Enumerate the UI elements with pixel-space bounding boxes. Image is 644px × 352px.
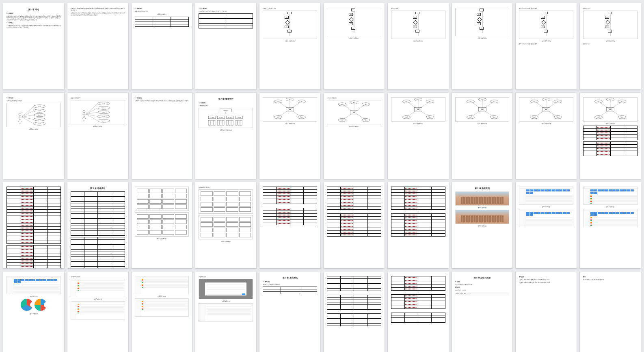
page-title: 第 6 章 系统实现 <box>455 187 510 190</box>
svg-text:属性5: 属性5 <box>493 117 495 118</box>
svg-line-97 <box>342 104 354 112</box>
page-thumbnail-8[interactable]: 开始登录主页结束图2-4 就诊流程图 <box>452 3 513 89</box>
svg-rect-61 <box>218 121 220 126</box>
page-thumbnail-28[interactable]: 第 6 章 系统实现图6-1 登录界面图6-2 首页界面 <box>452 182 513 268</box>
page-thumbnail-27[interactable] <box>388 182 449 268</box>
donut-chart <box>35 299 47 311</box>
svg-rect-74 <box>238 121 240 126</box>
page-thumbnail-33[interactable]: 图6-8 详情界面 <box>132 272 192 352</box>
svg-text:用户: 用户 <box>83 120 85 122</box>
page-thumbnail-16[interactable]: 用户实体属性说明实体属性1属性2属性3属性4属性5图4-3 用户实体图 <box>324 93 385 179</box>
paragraph: 系统功能结构如下 <box>199 105 253 106</box>
page-thumbnail-19[interactable]: 实体属性1属性2属性3属性4属性5图4-6 科室实体图 <box>516 93 577 179</box>
svg-text:修改信息: 修改信息 <box>102 116 105 117</box>
paragraph: 用户可以进行挂号查询等操作 <box>6 100 61 102</box>
page-thumbnail-14[interactable]: 第 4 章 概要设计4.1 功能结构系统功能结构如下医院管理系统用户管理医生管理… <box>195 93 256 179</box>
section-heading: 1.2 研究意义 <box>6 22 61 24</box>
figure-caption: 图4-5 挂号实体图 <box>455 123 510 124</box>
paragraph: 在开发过程中充分考虑了系统的安全性和稳定性采用了多种安全措施保护用户数据的安全性… <box>71 12 125 15</box>
page-thumbnail-11[interactable]: 3.1 用例分析用户可以进行挂号查询等操作用户用户注册用户登录查看信息修改信息退… <box>3 93 64 179</box>
paragraph: 本章对系统进行需求分析 <box>135 11 189 12</box>
svg-line-103 <box>354 104 366 112</box>
page-thumbnail-25[interactable] <box>259 182 320 268</box>
paragraph: 本系统的研究意义在于通过信息化手段提高医院的管理效率减少人工操作的错误提升患者的… <box>6 25 61 28</box>
page-thumbnail-7[interactable]: 挂号流程说明开始登录主页结束图2-3 挂号流程图 <box>388 3 449 89</box>
svg-line-123 <box>406 109 418 117</box>
page-thumbnail-13[interactable]: 3.2 系统架构系统整体采用分层架构包括表现层业务逻辑层和数据访问层各层之间通过… <box>132 93 192 179</box>
page-thumbnail-40[interactable]: 致谢感谢导师的悉心指导感谢同学们的帮助 <box>580 272 641 352</box>
paragraph: 系统采用了B/S架构前端使用Vue框架后端使用SpringBoot框架数据库采用… <box>71 8 125 11</box>
figure-caption: 图3-2 医生用例图 <box>71 126 125 127</box>
svg-rect-56 <box>211 121 213 126</box>
svg-text:属性3: 属性3 <box>429 101 431 102</box>
section-heading: 2.2 可行性分析 <box>199 8 253 9</box>
svg-text:属性2: 属性2 <box>609 99 612 100</box>
page-thumbnail-26[interactable] <box>324 182 385 268</box>
figure-caption: 图5-1 页面布局图 <box>135 238 189 239</box>
page-thumbnail-20[interactable]: 实体属性1属性2属性3属性4属性5图4-7 总体ER图 <box>580 93 641 179</box>
page-thumbnail-39[interactable]: 参考文献[1] 张三. Java Web开发[M]. 北京: 清华大学出版社, … <box>516 272 577 352</box>
page-thumbnail-22[interactable]: 第 5 章 详细设计 <box>67 182 128 268</box>
svg-text:属性5: 属性5 <box>365 120 367 121</box>
paragraph: 感谢导师的悉心指导感谢同学们的帮助 <box>583 279 638 280</box>
svg-text:属性3: 属性3 <box>493 101 495 102</box>
page-thumbnail-36[interactable] <box>324 272 385 352</box>
page-thumbnail-9[interactable]: 管理员可以对系统进行全面的管理开始登录主页结束图2-5 管理流程图管理员可以对系… <box>516 3 577 89</box>
paragraph: 测试的主要目的是验证系统功能 <box>263 284 317 285</box>
page-thumbnail-2[interactable]: 系统采用了B/S架构前端使用Vue框架后端使用SpringBoot框架数据库采用… <box>67 3 128 89</box>
svg-text:用户: 用户 <box>19 123 21 124</box>
svg-text:属性5: 属性5 <box>557 117 560 118</box>
section-heading: 8.2 展望 <box>455 287 510 288</box>
page-thumbnail-38[interactable]: 第 8 章 总结与展望8.1 总结本文设计并实现了医院管理系统8.2 展望未来可… <box>452 272 513 352</box>
svg-text:用户登录: 用户登录 <box>102 107 105 109</box>
svg-line-31 <box>84 116 86 119</box>
page-thumbnail-10[interactable]: 数据流程展示开始登录主页结束图2-6 数据流程图数据流程展示 <box>580 3 641 89</box>
page-thumbnail-35[interactable]: 第 7 章 系统测试7.1 测试目的测试的主要目的是验证系统功能 <box>259 272 320 352</box>
page-thumbnail-12[interactable]: 医生用例说明文字用户用户注册用户登录查看信息修改信息退出系统图3-2 医生用例图 <box>67 93 128 179</box>
svg-line-143 <box>482 109 494 117</box>
page-thumbnail-21[interactable] <box>3 182 64 268</box>
svg-line-137 <box>482 102 494 109</box>
svg-text:属性2: 属性2 <box>417 99 419 100</box>
svg-text:属性2: 属性2 <box>545 99 548 100</box>
figure-caption: 图2-6 数据流程图 <box>583 40 638 42</box>
page-thumbnail-23[interactable]: 图5-1 页面布局图 <box>132 182 192 268</box>
page-thumbnail-15[interactable]: 实体属性1属性2属性3属性4属性5图4-2 实体关系图 <box>259 93 320 179</box>
page-thumbnail-31[interactable]: 图6-5 统计界面图6-6 数据分析 <box>3 272 64 352</box>
svg-text:查看信息: 查看信息 <box>102 112 105 113</box>
page-thumbnail-37[interactable] <box>388 272 449 352</box>
page-title: 第一章 绪论 <box>6 8 61 11</box>
paragraph: 随着社会的发展人们对于健康越来越重视医院的信息化建设也越来越完善本系统基于Jav… <box>6 15 61 21</box>
page-thumbnail-18[interactable]: 实体属性1属性2属性3属性4属性5图4-5 挂号实体图 <box>452 93 513 179</box>
figure-caption: 图6-2 首页界面 <box>455 225 510 227</box>
page-thumbnail-5[interactable]: 系统的主要流程如下所示开始登录主页结束图2-1 系统流程图 <box>259 3 320 89</box>
svg-line-148 <box>534 102 546 109</box>
figure-caption: 图2-3 挂号流程图 <box>391 40 445 42</box>
svg-text:属性4: 属性4 <box>534 117 536 118</box>
section-heading: 3.2 系统架构 <box>135 97 189 99</box>
page-thumbnail-6[interactable]: 开始登录主页结束图2-2 登录流程图 <box>324 3 385 89</box>
thumbnail-grid: 第一章 绪论1.1 课题背景随着社会的发展人们对于健康越来越重视医院的信息化建设… <box>0 0 644 352</box>
section-heading: 3.1 用例分析 <box>6 97 61 99</box>
paragraph: 医生用例说明文字 <box>71 97 125 99</box>
paragraph: 数据流程展示 <box>583 8 638 9</box>
page-thumbnail-29[interactable]: 图6-3 管理界面 <box>516 182 577 268</box>
page-thumbnail-1[interactable]: 第一章 绪论1.1 课题背景随着社会的发展人们对于健康越来越重视医院的信息化建设… <box>3 3 64 89</box>
svg-line-171 <box>610 102 622 109</box>
page-thumbnail-17[interactable]: 实体属性1属性2属性3属性4属性5图4-4 医生实体图 <box>388 93 449 179</box>
figure-caption: 图2-2 登录流程图 <box>327 37 381 39</box>
svg-text:属性4: 属性4 <box>469 117 472 118</box>
section-heading: 参考文献 <box>519 276 573 278</box>
page-thumbnail-24[interactable]: 各功能模块详细说明图5-2 功能模块图 <box>195 182 256 268</box>
svg-line-106 <box>342 112 354 120</box>
page-thumbnail-3[interactable]: 2.1 系统分析本章对系统进行需求分析表2-1 功能需求表 <box>132 3 192 89</box>
page-thumbnail-34[interactable]: 弹窗功能说明图6-9 弹窗界面 <box>195 272 256 352</box>
svg-rect-75 <box>240 121 242 126</box>
svg-line-47 <box>86 114 98 121</box>
page-title: 第 5 章 详细设计 <box>71 187 125 190</box>
page-thumbnail-4[interactable]: 2.2 可行性分析从技术可行性经济可行性和操作可行性三个方面分析 <box>195 3 256 89</box>
paragraph: [2] 李四. 数据库系统概论[M]. 北京: 高等教育出版社, 2019. <box>519 282 573 283</box>
page-thumbnail-30[interactable]: 图6-4 列表界面 <box>580 182 641 268</box>
svg-rect-63 <box>223 121 225 126</box>
page-thumbnail-32[interactable]: 编辑功能实现说明图6-7 编辑界面 <box>67 272 128 352</box>
